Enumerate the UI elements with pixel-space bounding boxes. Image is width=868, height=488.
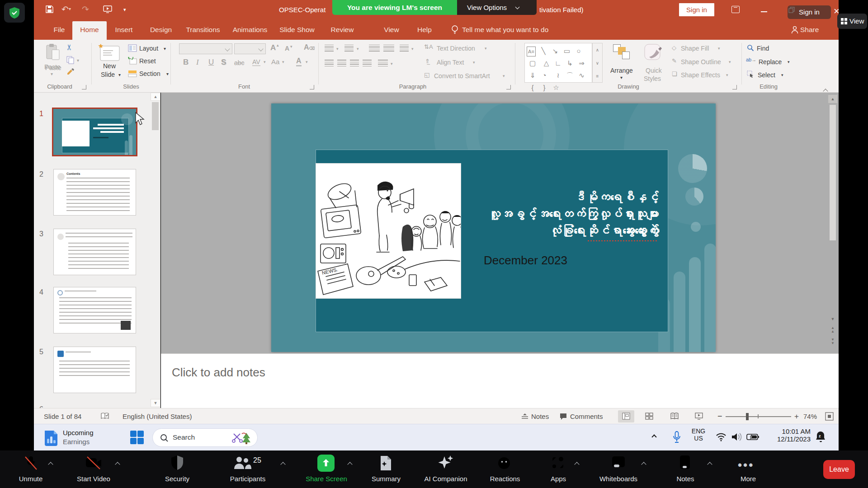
star-shape-icon[interactable]: ☆ — [550, 83, 562, 92]
reactions-icon[interactable] — [497, 455, 513, 470]
zoom-view-button[interactable]: View — [837, 14, 867, 29]
shape-outline-arrow[interactable]: ▾ — [729, 60, 731, 64]
zoom-notes-button[interactable]: Notes — [673, 475, 698, 483]
font-color-button[interactable]: A — [296, 57, 302, 66]
apps-button[interactable]: Apps — [546, 475, 571, 483]
undo-button[interactable]: ↶▾ — [61, 4, 71, 14]
decrease-font-icon[interactable]: A▼ — [285, 45, 293, 52]
notification-bell-icon[interactable]: z — [815, 431, 826, 443]
change-case-arrow[interactable]: ▾ — [282, 60, 284, 64]
paste-dropdown-arrow[interactable]: ▾ — [51, 71, 53, 76]
columns-icon[interactable] — [378, 60, 388, 66]
align-text-button[interactable]: Align Text — [437, 59, 464, 66]
slide-scrollbar-up[interactable]: ▲ — [828, 95, 837, 103]
select-arrow[interactable]: ▾ — [781, 73, 783, 77]
thumbnail-slide-4[interactable] — [53, 287, 136, 333]
increase-indent-icon[interactable] — [383, 45, 394, 52]
curve-shape-icon[interactable]: ∿ — [576, 71, 587, 80]
tab-insert[interactable]: Insert — [110, 19, 137, 40]
font-color-arrow[interactable]: ▾ — [306, 60, 308, 64]
text-direction-arrow[interactable]: ▾ — [485, 46, 487, 51]
columns-arrow[interactable]: ▾ — [391, 61, 393, 66]
shield-badge[interactable] — [4, 3, 25, 23]
minimize-button[interactable] — [761, 11, 767, 12]
tab-review[interactable]: Review — [326, 19, 358, 40]
share-screen-chevron[interactable] — [348, 460, 352, 468]
zoom-notes-icon[interactable] — [679, 455, 691, 471]
bold-button[interactable]: B — [183, 58, 189, 67]
notes-chevron[interactable] — [708, 460, 712, 468]
ai-companion-icon[interactable] — [438, 455, 454, 472]
tell-me-box[interactable]: Tell me what you want to do — [462, 19, 548, 40]
reset-button[interactable]: Reset — [139, 57, 156, 65]
select-button[interactable]: Select — [758, 71, 775, 79]
format-painter-icon[interactable] — [66, 68, 75, 75]
slide-scrollbar-down[interactable]: ▼ — [828, 315, 837, 323]
thumbnail-scrollbar-up[interactable]: ▲ — [151, 93, 160, 101]
share-screen-button[interactable]: Share Screen — [303, 475, 350, 483]
bullets-arrow[interactable]: ▾ — [336, 47, 339, 51]
previous-slide-button[interactable]: ▲▲ — [828, 326, 837, 333]
text-direction-button[interactable]: Text Direction — [437, 45, 475, 52]
search-box[interactable]: Search — [152, 428, 258, 447]
section-dropdown-arrow[interactable]: ▾ — [166, 71, 169, 76]
redo-button[interactable]: ↷ — [82, 4, 89, 14]
tab-design[interactable]: Design — [146, 19, 176, 40]
left-brace-shape-icon[interactable]: { — [527, 83, 538, 92]
new-slide-dropdown-arrow[interactable]: ▾ — [118, 72, 121, 77]
rounded-rect-shape-icon[interactable]: ▢ — [527, 59, 538, 68]
thumbnail-scrollbar-thumb[interactable] — [152, 102, 159, 130]
next-slide-button[interactable]: ▼▼ — [828, 338, 837, 345]
align-text-arrow[interactable]: ▾ — [473, 60, 475, 65]
new-slide-label-2[interactable]: Slide — [101, 71, 115, 78]
paste-label-text[interactable]: Paste — [44, 63, 61, 70]
callout-shape-icon[interactable]: ◔ — [538, 71, 550, 80]
leave-button[interactable]: Leave — [823, 460, 855, 479]
numbering-icon[interactable] — [344, 45, 354, 52]
notes-pane[interactable]: Click to add notes — [161, 353, 839, 408]
unmute-button[interactable]: Unmute — [13, 475, 49, 483]
font-dialog-launcher[interactable] — [310, 85, 314, 89]
oval-shape-icon[interactable]: ○ — [573, 47, 585, 56]
textbox-shape-icon[interactable]: A≡ — [527, 47, 536, 56]
quick-styles-label-1[interactable]: Quick — [646, 67, 662, 74]
spellcheck-icon[interactable] — [101, 413, 109, 420]
apps-chevron[interactable] — [575, 460, 579, 468]
shape-effects-arrow[interactable]: ▾ — [726, 73, 728, 77]
ribbon-display-options-button[interactable] — [731, 6, 740, 13]
unmute-mic-icon[interactable] — [24, 455, 38, 472]
start-video-icon[interactable] — [85, 456, 102, 470]
start-video-chevron[interactable] — [116, 460, 119, 468]
tab-slide-show[interactable]: Slide Show — [277, 19, 317, 40]
shadow-button[interactable]: S — [221, 58, 226, 67]
drawing-dialog-launcher[interactable] — [732, 85, 737, 89]
arrange-button[interactable]: Arrange — [610, 67, 633, 74]
ai-companion-button[interactable]: AI Companion — [421, 475, 470, 483]
thumbnail-scrollbar-down[interactable]: ▼ — [151, 399, 160, 407]
char-spacing-arrow[interactable]: ▾ — [264, 60, 266, 64]
line-spacing-icon[interactable] — [400, 45, 409, 52]
underline-button[interactable]: U — [208, 58, 214, 67]
zoom-in-button[interactable]: + — [794, 408, 799, 424]
slide-cartoon-image[interactable]: NEWS. — [316, 163, 461, 299]
whiteboards-button[interactable]: Whiteboards — [596, 475, 641, 483]
shape-fill-button[interactable]: Shape Fill — [681, 45, 709, 52]
char-spacing-button[interactable]: AV — [252, 58, 260, 66]
apps-icon[interactable] — [551, 455, 565, 470]
reactions-button[interactable]: Reactions — [487, 475, 523, 483]
volume-icon[interactable] — [731, 432, 742, 442]
zoom-slider-thumb[interactable] — [746, 413, 749, 420]
tab-view[interactable]: View — [379, 19, 404, 40]
tray-mic-icon[interactable] — [672, 431, 681, 444]
summary-icon[interactable] — [379, 455, 392, 471]
down-arrow-shape-icon[interactable]: ⇓ — [527, 71, 538, 80]
change-case-button[interactable]: Aa — [271, 58, 279, 66]
thumbnail-slide-3[interactable] — [53, 229, 136, 275]
zoom-signin-pill[interactable]: Sign in — [788, 5, 831, 19]
fit-slide-to-window-button[interactable] — [825, 412, 834, 421]
layout-dropdown-arrow[interactable]: ▾ — [164, 46, 166, 51]
right-brace-shape-icon[interactable]: } — [538, 83, 550, 92]
share-button[interactable]: Share — [800, 19, 819, 40]
decrease-indent-icon[interactable] — [369, 45, 380, 52]
share-screen-icon[interactable] — [317, 455, 335, 472]
